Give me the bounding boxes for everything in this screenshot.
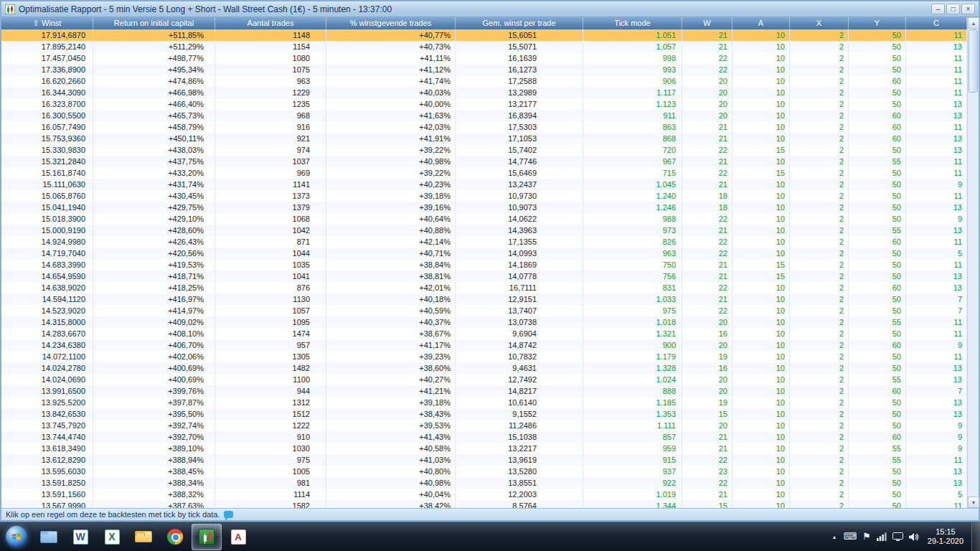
table-row[interactable]: 13.612,8290+388,94%975+41,03%13,96199152… bbox=[1, 454, 967, 466]
table-row[interactable]: 13.745,7920+392,74%1222+39,53%11,24861.1… bbox=[1, 420, 967, 431]
network-signal-icon[interactable] bbox=[877, 532, 887, 541]
table-row[interactable]: 14.683,3990+419,53%1035+38,84%14,1869750… bbox=[1, 259, 967, 270]
cell: 14,0778 bbox=[456, 270, 583, 282]
table-row[interactable]: 15.018,3900+429,10%1068+40,64%14,0622988… bbox=[1, 213, 967, 225]
taskbar-app-word[interactable]: W bbox=[65, 524, 95, 550]
table-row[interactable]: 13.744,4740+392,70%910+41,43%15,10388572… bbox=[1, 431, 967, 443]
taskbar-app-explorer[interactable] bbox=[34, 524, 64, 550]
close-button[interactable]: × bbox=[961, 4, 975, 14]
table-row[interactable]: 15.161,8740+433,20%969+39,22%15,64697152… bbox=[1, 167, 967, 179]
table-row[interactable]: 13.567,9990+387,63%1582+38,42%8,57641.34… bbox=[1, 500, 967, 508]
display-icon[interactable] bbox=[892, 532, 903, 542]
cell: 15.753,9360 bbox=[1, 133, 93, 144]
cell: 60 bbox=[849, 110, 906, 121]
maximize-button[interactable]: □ bbox=[946, 4, 960, 14]
start-button[interactable] bbox=[0, 522, 33, 551]
column-header-return-on-initial-capital[interactable]: Return on initial capital bbox=[93, 17, 215, 29]
table-row[interactable]: 13.591,8250+388,34%981+40,98%13,85519222… bbox=[1, 477, 967, 489]
cell: 975 bbox=[215, 454, 326, 466]
column-header-winst[interactable]: ⇧ Winst bbox=[1, 17, 93, 29]
volume-icon[interactable] bbox=[909, 532, 919, 542]
table-row[interactable]: 14.924,9980+426,43%871+42,14%17,13558262… bbox=[1, 236, 967, 248]
table-row[interactable]: 13.595,6030+388,45%1005+40,80%13,5280937… bbox=[1, 466, 967, 477]
table-row[interactable]: 15.753,9360+450,11%921+41,91%17,10538682… bbox=[1, 133, 967, 144]
table-row[interactable]: 14.234,6380+406,70%957+41,17%14,87429002… bbox=[1, 339, 967, 351]
table-row[interactable]: 14.024,2780+400,69%1482+38,60%9,46311.32… bbox=[1, 362, 967, 374]
table-row[interactable]: 14.072,1100+402,06%1305+39,23%10,78321.1… bbox=[1, 351, 967, 362]
taskbar-clock[interactable]: 15:15 29-1-2020 bbox=[928, 527, 963, 546]
cell: +39,22% bbox=[326, 167, 456, 179]
table-row[interactable]: 13.925,5200+397,87%1312+39,18%10,61401.1… bbox=[1, 397, 967, 408]
cell: 13.595,6030 bbox=[1, 466, 93, 477]
table-row[interactable]: 15.111,0630+431,74%1141+40,23%13,24371.0… bbox=[1, 179, 967, 190]
table-row[interactable]: 14.024,0690+400,69%1100+40,27%12,74921.0… bbox=[1, 374, 967, 385]
column-header-y[interactable]: Y bbox=[849, 17, 906, 29]
table-row[interactable]: 16.323,8700+466,40%1235+40,00%13,21771.1… bbox=[1, 98, 967, 110]
column-header-x[interactable]: X bbox=[790, 17, 849, 29]
cell: 55 bbox=[849, 374, 906, 385]
show-desktop-button[interactable] bbox=[971, 522, 980, 551]
column-header-winstgevende-trades[interactable]: % winstgevende trades bbox=[326, 17, 456, 29]
taskbar-app-folder[interactable] bbox=[128, 524, 159, 550]
word-icon: W bbox=[73, 529, 88, 545]
cell: 13.618,3490 bbox=[1, 443, 93, 454]
cell: 911 bbox=[583, 110, 682, 121]
column-header-gem-winst-per-trade[interactable]: Gem. winst per trade bbox=[456, 17, 583, 29]
taskbar-app-excel[interactable]: X bbox=[97, 524, 127, 550]
action-center-flag-icon[interactable]: ⚑ bbox=[862, 532, 871, 542]
table-row[interactable]: 17.457,0450+498,77%1080+41,11%16,1639998… bbox=[1, 52, 967, 64]
cell: 14.024,0690 bbox=[1, 374, 93, 385]
table-row[interactable]: 15.041,1940+429,75%1379+39,16%10,90731.2… bbox=[1, 202, 967, 213]
column-header-a[interactable]: A bbox=[732, 17, 790, 29]
taskbar-app-chrome[interactable] bbox=[160, 524, 190, 550]
screen: Optimalisatie Rapport - 5 min Versie 5 L… bbox=[0, 0, 980, 551]
minimize-button[interactable]: – bbox=[931, 4, 945, 14]
table-row[interactable]: 15.065,8760+430,45%1373+39,18%10,97301.2… bbox=[1, 190, 967, 202]
table-row[interactable]: 15.000,9190+428,60%1042+40,88%14,3963973… bbox=[1, 225, 967, 236]
table-row[interactable]: 16.620,2660+474,86%963+41,74%17,25889062… bbox=[1, 75, 967, 87]
table-row[interactable]: 16.344,3090+466,98%1229+40,03%13,29891.1… bbox=[1, 87, 967, 98]
taskbar-app-adobe-reader[interactable]: A bbox=[223, 524, 253, 550]
cell: +40,73% bbox=[326, 41, 456, 52]
cell: 14.638,9020 bbox=[1, 282, 93, 293]
hidden-icons-button[interactable]: ▲ bbox=[825, 534, 843, 540]
table-row[interactable]: 17.336,8900+495,34%1075+41,12%16,1273993… bbox=[1, 64, 967, 75]
cell: 50 bbox=[849, 144, 906, 156]
scroll-thumb[interactable] bbox=[969, 29, 978, 93]
table-row[interactable]: 14.719,7040+420,56%1044+40,71%14,0993963… bbox=[1, 248, 967, 259]
cell: 10 bbox=[732, 87, 790, 98]
cell: 876 bbox=[215, 282, 326, 293]
cell: +431,74% bbox=[93, 179, 215, 190]
cell: 974 bbox=[215, 144, 326, 156]
table-row[interactable]: 17.895,2140+511,29%1154+40,73%15,50711.0… bbox=[1, 41, 967, 52]
table-row[interactable]: 16.057,7490+458,79%916+42,03%17,53038632… bbox=[1, 121, 967, 133]
cell: 10 bbox=[732, 408, 790, 420]
table-row[interactable]: 14.315,8000+409,02%1095+40,37%13,07381.0… bbox=[1, 316, 967, 328]
table-row-selected[interactable]: 17.914,6870+511,85%1148+40,77%15,60511.0… bbox=[1, 29, 967, 41]
table-row[interactable]: 14.638,9020+418,25%876+42,01%16,71118312… bbox=[1, 282, 967, 293]
titlebar[interactable]: Optimalisatie Rapport - 5 min Versie 5 L… bbox=[1, 1, 979, 17]
column-header-w[interactable]: W bbox=[682, 17, 732, 29]
table-row[interactable]: 14.594,1120+416,97%1130+40,18%12,91511.0… bbox=[1, 293, 967, 305]
keyboard-icon[interactable]: ⌨ bbox=[843, 532, 857, 542]
table-row[interactable]: 13.591,1560+388,32%1114+40,04%12,20031.0… bbox=[1, 489, 967, 500]
cell: +39,23% bbox=[326, 351, 456, 362]
cell: +40,77% bbox=[326, 29, 456, 41]
column-header-c[interactable]: C bbox=[906, 17, 967, 29]
table-row[interactable]: 14.654,9590+418,71%1041+38,81%14,0778756… bbox=[1, 270, 967, 282]
scroll-down-icon[interactable]: ▼ bbox=[968, 496, 979, 508]
table-row[interactable]: 14.523,9020+414,97%1057+40,59%13,7407975… bbox=[1, 305, 967, 316]
table-row[interactable]: 16.300,5500+465,73%968+41,63%16,83949112… bbox=[1, 110, 967, 121]
column-header-aantal-trades[interactable]: Aantal trades bbox=[215, 17, 326, 29]
table-row[interactable]: 13.618,3490+389,10%1030+40,58%13,2217959… bbox=[1, 443, 967, 454]
table-row[interactable]: 15.321,2840+437,75%1037+40,98%14,7746967… bbox=[1, 156, 967, 167]
cell: 10 bbox=[732, 282, 790, 293]
taskbar-app-trading-app[interactable] bbox=[192, 524, 222, 550]
table-row[interactable]: 13.842,6530+395,50%1512+38,43%9,15521.35… bbox=[1, 408, 967, 420]
table-row[interactable]: 15.330,9830+438,03%974+39,22%15,74027202… bbox=[1, 144, 967, 156]
table-row[interactable]: 13.991,6500+399,76%944+41,21%14,82178882… bbox=[1, 385, 967, 397]
table-row[interactable]: 14.283,6670+408,10%1474+38,67%9,69041.32… bbox=[1, 328, 967, 339]
column-header-tick-mode[interactable]: Tick mode bbox=[583, 17, 682, 29]
scroll-up-icon[interactable]: ▲ bbox=[968, 17, 979, 29]
vertical-scrollbar[interactable]: ▲ ▼ bbox=[967, 17, 979, 508]
